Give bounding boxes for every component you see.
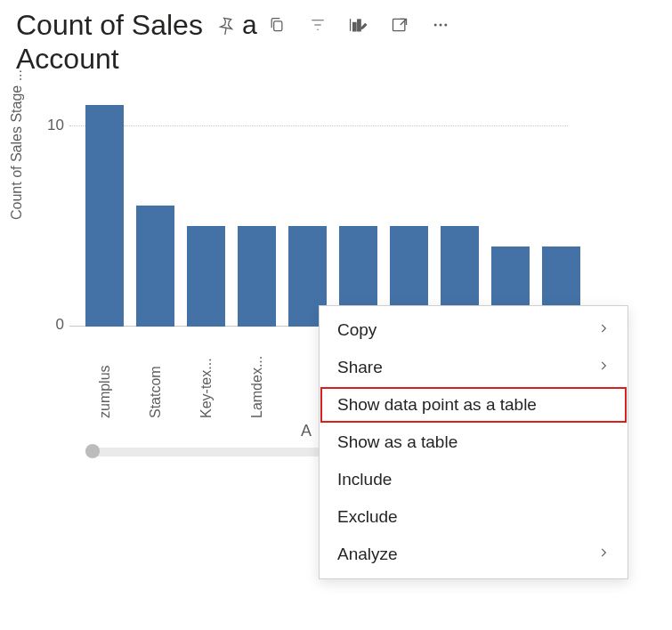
context-menu-item-label: Analyze xyxy=(337,545,398,564)
y-tick-0: 0 xyxy=(39,316,64,334)
chevron-right-icon xyxy=(597,320,610,340)
x-axis-tick-label: Lamdex... xyxy=(238,334,276,418)
context-menu-item[interactable]: Share xyxy=(320,349,627,386)
plot-area[interactable]: 10 0 xyxy=(69,86,568,327)
chart-title-line2: Account xyxy=(0,43,672,76)
bar[interactable] xyxy=(136,206,174,327)
visual-toolbar: a xyxy=(214,10,453,40)
context-menu-item-label: Show data point as a table xyxy=(337,395,537,415)
copy-icon[interactable] xyxy=(264,12,289,37)
hidden-title-fragment: a xyxy=(242,10,257,40)
svg-rect-0 xyxy=(273,21,281,31)
context-menu-item-label: Copy xyxy=(337,320,376,340)
context-menu-item-label: Exclude xyxy=(337,507,398,527)
bars-container xyxy=(85,86,568,327)
y-axis-label: Count of Sales Stage ... xyxy=(9,69,25,220)
personalize-visual-icon[interactable] xyxy=(346,12,371,37)
more-options-icon[interactable] xyxy=(428,12,453,37)
svg-rect-2 xyxy=(352,22,355,30)
chevron-right-icon xyxy=(597,358,610,377)
context-menu-item[interactable]: Include xyxy=(320,461,627,498)
scroll-thumb[interactable] xyxy=(85,444,100,458)
bar[interactable] xyxy=(238,226,276,327)
chart-title-line1: Count of Sales xyxy=(16,7,203,43)
context-menu-item[interactable]: Exclude xyxy=(320,498,627,536)
context-menu-item-label: Include xyxy=(337,470,392,489)
x-axis-tick-label: Statcom xyxy=(136,334,174,418)
bar[interactable] xyxy=(187,226,225,327)
bar[interactable] xyxy=(85,105,124,327)
svg-point-6 xyxy=(439,24,441,27)
context-menu-item[interactable]: Show as a table xyxy=(320,424,627,461)
pin-icon[interactable] xyxy=(214,12,239,37)
chevron-right-icon xyxy=(597,545,610,564)
visual-header: Count of Sales a xyxy=(0,0,672,43)
context-menu-item[interactable]: Copy xyxy=(320,311,627,349)
context-menu: CopyShareShow data point as a tableShow … xyxy=(319,305,628,579)
x-axis-tick-label: Key-tex... xyxy=(187,334,225,418)
svg-point-5 xyxy=(433,24,436,27)
y-tick-10: 10 xyxy=(39,117,64,134)
context-menu-item[interactable]: Show data point as a table xyxy=(320,386,627,424)
context-menu-item-label: Show as a table xyxy=(337,432,457,452)
context-menu-item-label: Share xyxy=(337,358,383,377)
svg-rect-3 xyxy=(357,20,360,31)
focus-mode-icon[interactable] xyxy=(387,12,412,37)
svg-point-7 xyxy=(444,24,447,27)
x-axis-tick-label: zumplus xyxy=(85,334,124,418)
svg-rect-4 xyxy=(393,19,404,30)
context-menu-item[interactable]: Analyze xyxy=(320,536,627,573)
filter-icon[interactable] xyxy=(305,12,330,37)
